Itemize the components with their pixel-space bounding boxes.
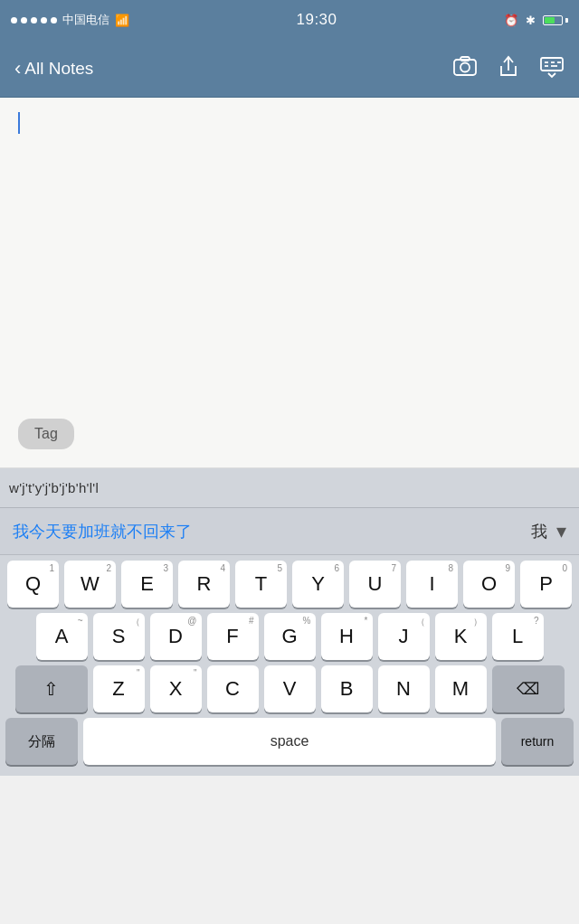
ime-current-char: 我: [531, 521, 547, 542]
keyboard-dismiss-button[interactable]: [539, 53, 565, 84]
carrier-label: 中国电信: [62, 12, 109, 28]
delete-key[interactable]: ⌫: [492, 665, 565, 712]
back-arrow-icon: ‹: [14, 59, 21, 79]
nav-bar: ‹ All Notes: [0, 40, 579, 98]
key-I[interactable]: 8 I: [406, 561, 458, 608]
svg-rect-2: [460, 57, 470, 61]
svg-rect-0: [454, 60, 476, 75]
keyboard: 1 Q 2 W 3 E 4 R 5 T 6 Y 7 U 8 I: [0, 555, 579, 776]
key-J[interactable]: （ J: [378, 613, 430, 660]
svg-point-1: [460, 62, 470, 71]
space-key[interactable]: space: [83, 718, 496, 765]
bluetooth-icon: ✱: [526, 14, 536, 27]
key-H[interactable]: * H: [321, 613, 373, 660]
shift-icon: ⇧: [43, 678, 59, 700]
share-icon: [496, 53, 521, 79]
ime-suggestion-text[interactable]: 我今天要加班就不回来了: [13, 521, 531, 542]
back-label: All Notes: [24, 59, 93, 79]
key-T[interactable]: 5 T: [235, 561, 287, 608]
time-display: 19:30: [296, 11, 337, 29]
key-R[interactable]: 4 R: [178, 561, 230, 608]
status-left: 中国电信 📶: [11, 12, 129, 28]
return-key[interactable]: return: [501, 718, 574, 765]
note-content-area[interactable]: Tag: [0, 98, 579, 468]
keyboard-row-2: ~ A （ S @ D # F % G * H （ J ） K: [0, 608, 579, 660]
keyboard-row-4: 分隔 space return: [0, 712, 579, 776]
key-P[interactable]: 0 P: [520, 561, 572, 608]
key-A[interactable]: ~ A: [36, 613, 88, 660]
svg-rect-4: [541, 58, 563, 71]
keyboard-row-1: 1 Q 2 W 3 E 4 R 5 T 6 Y 7 U 8 I: [0, 555, 579, 608]
fn-label: 分隔: [28, 733, 55, 750]
keyboard-row-3: ⇧ " Z " X C V B N M ⌫: [0, 660, 579, 712]
key-Y[interactable]: 6 Y: [292, 561, 344, 608]
key-K[interactable]: ） K: [435, 613, 487, 660]
share-button[interactable]: [496, 53, 521, 84]
key-S[interactable]: （ S: [93, 613, 145, 660]
predictive-text: w'j't'y'j'b'j'b'h'l'l: [9, 480, 99, 495]
signal-dots: [11, 17, 57, 24]
key-U[interactable]: 7 U: [349, 561, 401, 608]
key-E[interactable]: 3 E: [121, 561, 173, 608]
key-W[interactable]: 2 W: [64, 561, 116, 608]
key-L[interactable]: ? L: [492, 613, 544, 660]
key-D[interactable]: @ D: [150, 613, 202, 660]
text-cursor: [18, 112, 20, 134]
shift-key[interactable]: ⇧: [15, 665, 88, 712]
wifi-icon: 📶: [115, 14, 129, 27]
predictive-input-bar: w'j't'y'j'b'j'b'h'l'l: [0, 468, 579, 508]
ime-expand-button[interactable]: ▾: [556, 520, 566, 543]
key-O[interactable]: 9 O: [463, 561, 515, 608]
fn-key[interactable]: 分隔: [5, 718, 78, 765]
key-B[interactable]: B: [321, 665, 373, 712]
key-Q[interactable]: 1 Q: [7, 561, 59, 608]
nav-action-icons: [452, 53, 565, 84]
status-right: ⏰ ✱: [504, 14, 568, 27]
tag-button[interactable]: Tag: [18, 419, 74, 449]
key-F[interactable]: # F: [207, 613, 259, 660]
delete-icon: ⌫: [517, 679, 539, 699]
ime-suggestion-row: 我今天要加班就不回来了 我 ▾: [0, 508, 579, 555]
space-label: space: [271, 733, 309, 750]
battery-indicator: [543, 15, 568, 25]
key-C[interactable]: C: [207, 665, 259, 712]
key-V[interactable]: V: [264, 665, 316, 712]
status-bar: 中国电信 📶 19:30 ⏰ ✱: [0, 0, 579, 40]
key-G[interactable]: % G: [264, 613, 316, 660]
key-N[interactable]: N: [378, 665, 430, 712]
back-button[interactable]: ‹ All Notes: [14, 59, 93, 79]
keyboard-dismiss-icon: [539, 53, 565, 79]
alarm-icon: ⏰: [504, 14, 518, 27]
return-label: return: [521, 734, 555, 749]
key-X[interactable]: " X: [150, 665, 202, 712]
camera-button[interactable]: [452, 53, 478, 84]
camera-icon: [452, 53, 478, 79]
key-M[interactable]: M: [435, 665, 487, 712]
key-Z[interactable]: " Z: [93, 665, 145, 712]
